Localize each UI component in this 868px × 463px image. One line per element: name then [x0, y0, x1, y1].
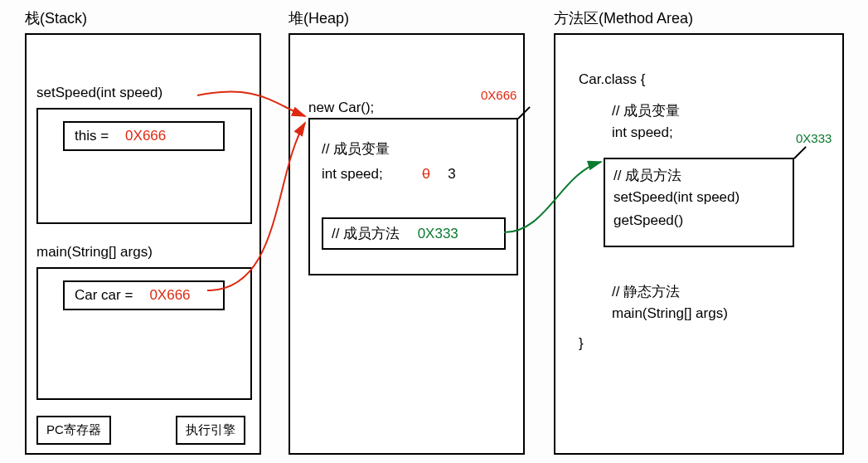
stack-frame2: Car car = 0X666 [36, 267, 252, 400]
ma-addr-label: 0X333 [796, 131, 832, 145]
ma-comment-static: // 静态方法 [612, 282, 680, 301]
methodarea-title: 方法区(Method Area) [554, 8, 693, 28]
carcar-value: 0X666 [149, 287, 190, 304]
heap-object-box: // 成员变量 int speed; 0 3 // 成员方法 0X333 [308, 118, 518, 275]
heap-method-addr: 0X333 [418, 226, 458, 241]
carcar-label: Car car = [75, 287, 133, 304]
heap-intspeed-line: int speed; 0 3 [322, 166, 456, 183]
this-label: this = [75, 128, 109, 144]
ma-comment-var: // 成员变量 [612, 101, 680, 120]
ma-setspeed: setSpeed(int speed) [613, 189, 739, 206]
stack-title: 栈(Stack) [25, 8, 87, 28]
ma-method-comment: // 成员方法 [613, 166, 681, 185]
ma-methods-box: // 成员方法 setSpeed(int speed) getSpeed() [604, 158, 794, 247]
heap-newcar: new Car(); [308, 100, 374, 116]
heap-addr-label: 0X666 [481, 88, 516, 102]
methodarea-column: Car.class { // 成员变量 int speed; 0X333 // … [554, 33, 844, 455]
heap-newval: 3 [448, 166, 455, 182]
heap-method-comment: // 成员方法 [332, 226, 400, 241]
ma-close-brace: } [579, 335, 584, 352]
heap-column: new Car(); 0X666 // 成员变量 int speed; 0 3 … [289, 33, 525, 455]
stack-frame1: this = 0X666 [36, 108, 252, 224]
heap-tick [517, 106, 531, 119]
heap-method-box: // 成员方法 0X333 [322, 217, 506, 250]
ma-getspeed: getSpeed() [613, 212, 683, 229]
stack-frame2-var: Car car = 0X666 [63, 280, 225, 310]
heap-comment-var: // 成员变量 [322, 139, 390, 158]
pc-register: PC寄存器 [36, 416, 111, 445]
ma-intspeed: int speed; [612, 124, 673, 141]
stack-frame1-title: setSpeed(int speed) [36, 85, 162, 101]
stack-column: setSpeed(int speed) this = 0X666 main(St… [25, 33, 261, 455]
this-value: 0X666 [125, 128, 166, 144]
ma-classdecl: Car.class { [579, 71, 645, 88]
heap-oldval: 0 [422, 166, 429, 182]
stack-frame2-title: main(String[] args) [36, 244, 153, 261]
exec-engine: 执行引擎 [176, 416, 245, 445]
heap-title: 堆(Heap) [289, 8, 349, 28]
stack-frame1-var: this = 0X666 [63, 121, 225, 151]
ma-tick [793, 146, 807, 159]
heap-intspeed: int speed; [322, 166, 383, 182]
ma-main: main(String[] args) [612, 305, 728, 322]
